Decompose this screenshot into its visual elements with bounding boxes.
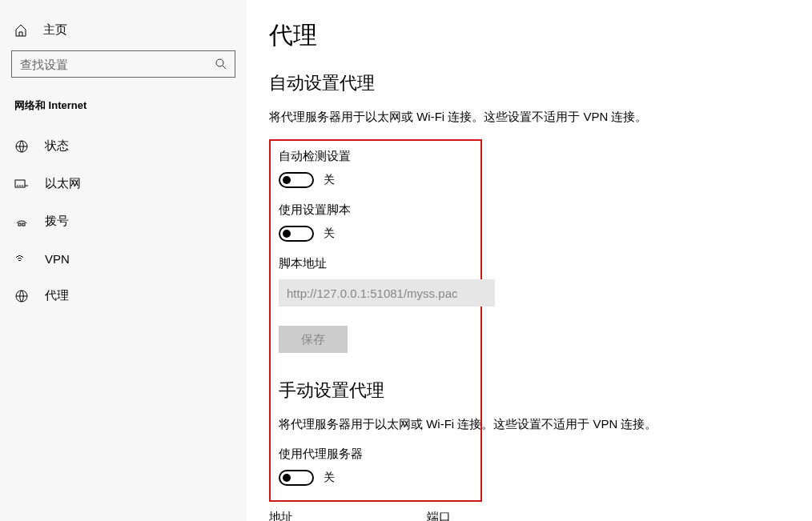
script-addr-field[interactable]: http://127.0.0.1:51081/myss.pac bbox=[279, 279, 495, 307]
nav-home[interactable]: 主页 bbox=[11, 16, 235, 50]
manual-proxy-desc: 将代理服务器用于以太网或 Wi-Fi 连接。这些设置不适用于 VPN 连接。 bbox=[279, 417, 722, 432]
sidebar-item-dialup[interactable]: 拨号 bbox=[11, 202, 235, 240]
home-icon bbox=[14, 24, 27, 37]
dialup-icon bbox=[14, 214, 29, 229]
settings-sidebar: 主页 网络和 Internet 状态 以太网 拨号 ᯤ VPN 代理 bbox=[0, 0, 247, 521]
use-proxy-label: 使用代理服务器 bbox=[279, 447, 466, 462]
use-script-label: 使用设置脚本 bbox=[279, 202, 466, 218]
use-script-toggle[interactable] bbox=[279, 226, 314, 242]
sidebar-item-vpn[interactable]: ᯤ VPN bbox=[11, 240, 235, 277]
auto-proxy-desc: 将代理服务器用于以太网或 Wi-Fi 连接。这些设置不适用于 VPN 连接。 bbox=[269, 110, 812, 125]
auto-detect-toggle[interactable] bbox=[279, 172, 314, 188]
sidebar-item-label: VPN bbox=[45, 252, 70, 266]
sidebar-item-ethernet[interactable]: 以太网 bbox=[11, 165, 235, 202]
manual-proxy-heading: 手动设置代理 bbox=[279, 379, 562, 403]
search-input[interactable] bbox=[11, 50, 235, 78]
search-wrap bbox=[11, 50, 235, 78]
manual-addr-label: 地址 bbox=[269, 510, 401, 521]
use-proxy-state: 关 bbox=[324, 471, 335, 485]
highlighted-region: 自动检测设置 关 使用设置脚本 关 脚本地址 http://127.0.0.1:… bbox=[269, 139, 482, 502]
use-script-state: 关 bbox=[324, 226, 335, 241]
sidebar-category: 网络和 Internet bbox=[11, 95, 235, 116]
nav-home-label: 主页 bbox=[43, 22, 67, 38]
svg-rect-8 bbox=[18, 223, 21, 226]
sidebar-item-label: 以太网 bbox=[45, 176, 81, 191]
svg-rect-9 bbox=[22, 223, 25, 226]
sidebar-item-label: 状态 bbox=[45, 138, 69, 154]
main-content: 代理 自动设置代理 将代理服务器用于以太网或 Wi-Fi 连接。这些设置不适用于… bbox=[247, 0, 812, 521]
save-button[interactable]: 保存 bbox=[279, 326, 348, 353]
script-addr-label: 脚本地址 bbox=[279, 256, 466, 271]
manual-port-label: 端口 bbox=[427, 510, 499, 521]
sidebar-item-label: 代理 bbox=[45, 288, 69, 303]
save-button-label: 保存 bbox=[301, 332, 325, 347]
auto-detect-state: 关 bbox=[324, 173, 335, 187]
globe-icon bbox=[14, 139, 29, 154]
vpn-icon: ᯤ bbox=[14, 251, 29, 266]
page-title: 代理 bbox=[269, 19, 812, 52]
sidebar-item-proxy[interactable]: 代理 bbox=[11, 277, 235, 315]
sidebar-item-status[interactable]: 状态 bbox=[11, 127, 235, 165]
auto-proxy-heading: 自动设置代理 bbox=[269, 71, 812, 95]
proxy-icon bbox=[14, 289, 29, 303]
script-addr-value: http://127.0.0.1:51081/myss.pac bbox=[287, 287, 457, 300]
use-proxy-toggle[interactable] bbox=[279, 470, 314, 486]
auto-detect-label: 自动检测设置 bbox=[279, 149, 466, 164]
ethernet-icon bbox=[14, 177, 29, 191]
sidebar-item-label: 拨号 bbox=[45, 214, 69, 229]
